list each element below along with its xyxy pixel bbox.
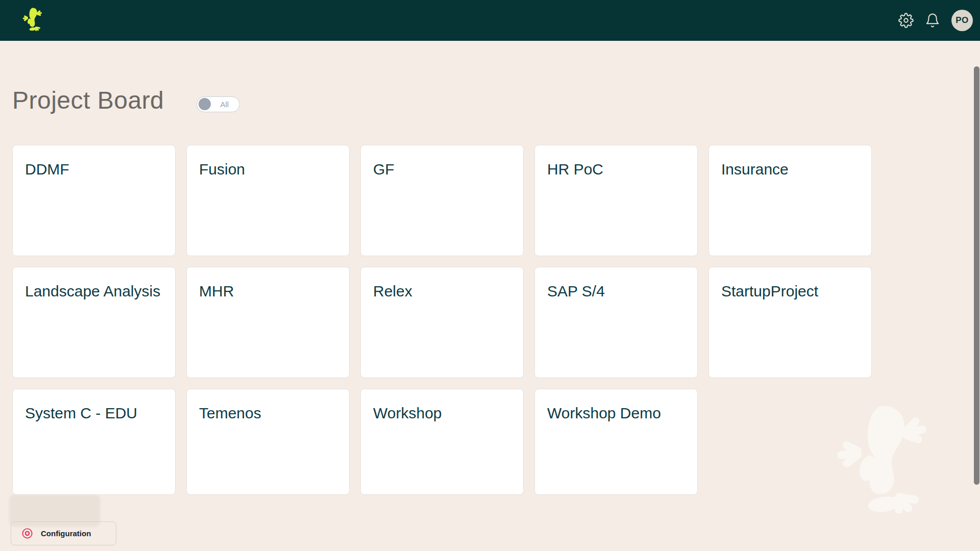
record-circle-icon — [21, 528, 33, 539]
project-card[interactable]: StartupProject — [708, 267, 872, 378]
toggle-knob[interactable] — [199, 98, 211, 110]
title-row: Project Board All — [12, 85, 968, 116]
project-card[interactable]: HR PoC — [534, 145, 698, 256]
project-card-title: Temenos — [199, 403, 337, 424]
project-card[interactable]: Landscape Analysis — [12, 267, 176, 378]
user-avatar[interactable]: PO — [951, 10, 973, 31]
main-content: Project Board All DDMF Fusion GF HR PoC … — [0, 41, 980, 495]
project-card-title: DDMF — [25, 159, 163, 180]
frog-logo-icon[interactable] — [21, 7, 43, 34]
project-card-title: Workshop Demo — [547, 403, 685, 424]
project-card-title: Insurance — [721, 159, 859, 180]
project-card[interactable]: SAP S/4 — [534, 267, 698, 378]
project-card[interactable]: System C - EDU — [12, 389, 176, 495]
project-card[interactable]: Relex — [360, 267, 524, 378]
project-card-title: HR PoC — [547, 159, 685, 180]
project-card-title: Workshop — [373, 403, 511, 424]
project-card-title: Landscape Analysis — [25, 281, 163, 302]
configuration-label: Configuration — [41, 529, 91, 538]
project-card[interactable]: MHR — [186, 267, 350, 378]
toggle-label: All — [211, 100, 239, 109]
app-header: PO — [0, 0, 980, 41]
project-card-title: GF — [373, 159, 511, 180]
project-card[interactable]: Workshop Demo — [534, 389, 698, 495]
project-card-title: Fusion — [199, 159, 337, 180]
project-card-title: System C - EDU — [25, 403, 163, 424]
project-card-title: Relex — [373, 281, 511, 302]
project-card-title: SAP S/4 — [547, 281, 685, 302]
settings-gear-icon[interactable] — [898, 13, 914, 28]
header-actions: PO — [898, 10, 973, 31]
project-card[interactable]: Fusion — [186, 145, 350, 256]
project-card[interactable]: GF — [360, 145, 524, 256]
page-title: Project Board — [12, 85, 164, 116]
scrollbar-thumb[interactable] — [974, 66, 979, 485]
project-card[interactable]: Insurance — [708, 145, 872, 256]
configuration-button[interactable]: Configuration — [11, 521, 116, 545]
project-card-title: StartupProject — [721, 281, 859, 302]
project-card[interactable]: Temenos — [186, 389, 350, 495]
project-card[interactable]: Workshop — [360, 389, 524, 495]
project-grid: DDMF Fusion GF HR PoC Insurance Landscap… — [12, 145, 968, 495]
project-card-title: MHR — [199, 281, 337, 302]
project-card[interactable]: DDMF — [12, 145, 176, 256]
all-filter-toggle[interactable]: All — [197, 96, 240, 112]
notification-bell-icon[interactable] — [925, 13, 940, 28]
